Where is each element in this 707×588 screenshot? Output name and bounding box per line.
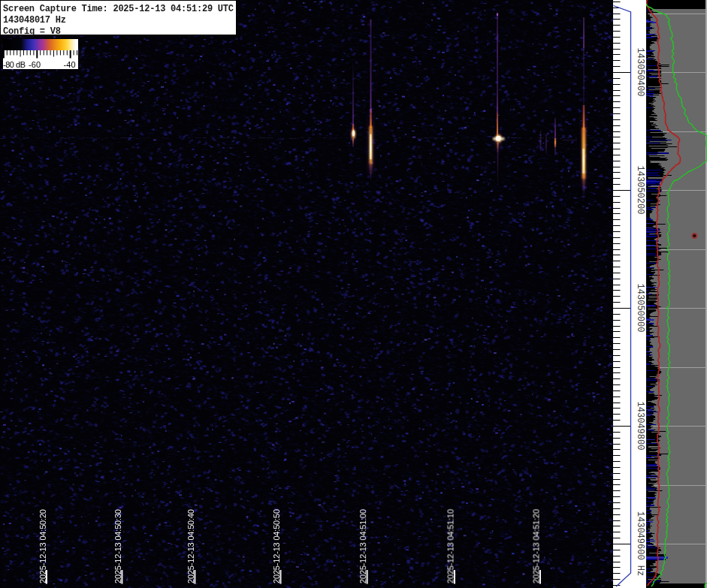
svg-text:-80 dB: -80 dB <box>3 60 26 69</box>
svg-text:143049600 Hz: 143049600 Hz <box>635 511 645 576</box>
svg-text:143050000: 143050000 <box>635 284 645 333</box>
svg-text:143049800: 143049800 <box>635 402 645 451</box>
svg-text:2025-12-13 04:50:50: 2025-12-13 04:50:50 <box>272 509 281 583</box>
svg-text:-60: -60 <box>29 60 41 69</box>
svg-text:Screen Capture Time: 2025-12-1: Screen Capture Time: 2025-12-13 04:51:29… <box>3 4 234 14</box>
svg-text:2025-12-13 04:50:30: 2025-12-13 04:50:30 <box>113 509 122 583</box>
svg-text:2025-12-13 04:51:20: 2025-12-13 04:51:20 <box>532 509 541 583</box>
svg-text:Config = V8: Config = V8 <box>3 26 61 37</box>
svg-text:-40: -40 <box>64 60 76 69</box>
svg-text:2025-12-13 04:51:10: 2025-12-13 04:51:10 <box>446 509 455 583</box>
svg-text:143048017 Hz: 143048017 Hz <box>3 15 66 26</box>
svg-text:2025-12-13 04:51:00: 2025-12-13 04:51:00 <box>358 509 367 583</box>
svg-text:143050200: 143050200 <box>635 166 645 215</box>
svg-text:2025-12-13 04:50:40: 2025-12-13 04:50:40 <box>186 509 195 583</box>
svg-text:143050400: 143050400 <box>635 48 645 97</box>
svg-text:2025-12-13 04:50:20: 2025-12-13 04:50:20 <box>38 509 47 583</box>
